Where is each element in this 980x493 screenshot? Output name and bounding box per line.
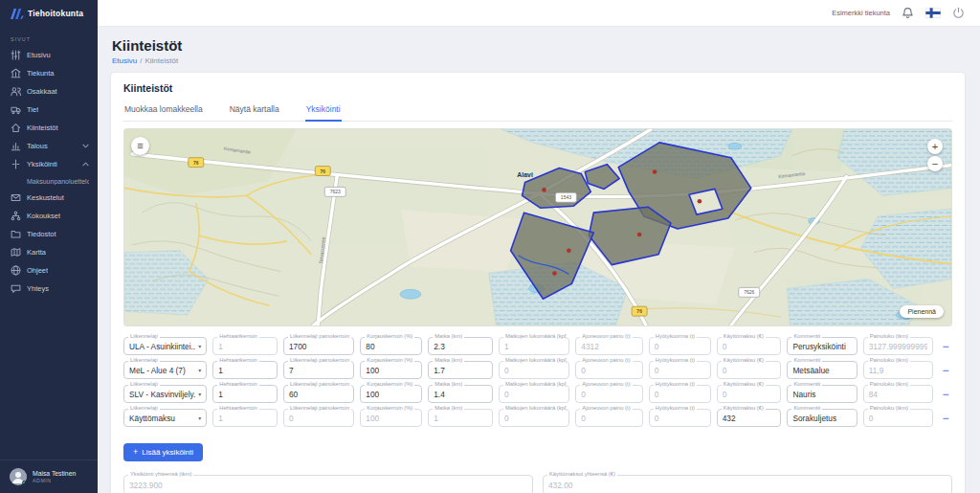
sidebar-section-label: SIVUT [0, 25, 98, 46]
sidebar-item-tiekunta[interactable]: Tiekunta [0, 64, 98, 82]
finnish-flag-icon[interactable] [925, 8, 941, 18]
hierarchy-icon [11, 211, 21, 221]
input-kommentit[interactable]: KommentitSorakuljetus [787, 409, 857, 427]
account-name[interactable]: Esimerkki tiekunta [832, 9, 890, 17]
input-korjauskerroin[interactable]: Korjauskerroin (%)80 [360, 337, 422, 355]
input-hehtaarikerroin[interactable]: Hehtaarikerroin1 [212, 385, 278, 403]
user-footer[interactable]: Maisa Testinen ADMIN [0, 459, 98, 493]
map[interactable]: 76 76 76 7623 1543 7626 Alavi Kirmanrant… [124, 129, 951, 325]
sidebar: Tiehoitokunta SIVUT EtusivuTiekuntaOsakk… [0, 0, 98, 493]
remove-row-button[interactable]: − [939, 413, 952, 424]
sidebar-item-yksikointi[interactable]: Yksiköinti [0, 155, 98, 173]
chevron-down-icon [82, 144, 89, 148]
total-field-kayttomaksut-yhteensa: Käyttömaksut yhteensä (€)432.00 [543, 475, 952, 493]
bell-icon[interactable] [902, 7, 914, 19]
select-liikennelaji[interactable]: LiikennelajiMeL - Alue 4 (7)▾ [123, 361, 207, 379]
select-liikennelaji[interactable]: LiikennelajiSLV - Kasvinviljely...▾ [123, 385, 207, 403]
input-kayttomaksu[interactable]: Käyttömaksu (€)432 [717, 409, 782, 427]
input-liikennelaji-painokerroin[interactable]: Liikennelaji painokerroin7 [283, 361, 354, 379]
globe-icon [11, 265, 21, 276]
sidebar-item-maksuunpanoluettelo[interactable]: Maksuunpanoluettelo [0, 173, 98, 189]
dropdown-caret-icon: ▾ [195, 367, 201, 373]
remove-row-button[interactable]: − [939, 365, 952, 376]
avatar [10, 468, 27, 485]
input-korjauskerroin[interactable]: Korjauskerroin (%)100 [360, 385, 422, 403]
online-status-dot [22, 481, 27, 485]
input-matka-km[interactable]: Matka (km)1.7 [428, 361, 493, 379]
menu-icon: ≡ [137, 141, 143, 151]
svg-text:7626: 7626 [744, 290, 754, 295]
zoom-in-button[interactable]: + [927, 139, 943, 154]
sidebar-item-kiinteistot[interactable]: Kiinteistöt [0, 119, 98, 137]
map-place-label: Alavi [517, 172, 533, 179]
input-matka-km[interactable]: Matka (km)2.3 [428, 337, 493, 355]
remove-row-button[interactable]: − [939, 341, 952, 352]
input-hyotykuorma-t: Hyötykuorma (t)0 [649, 385, 711, 403]
sidebar-item-etusivu[interactable]: Etusivu [0, 46, 98, 64]
sidebar-item-osakkaat[interactable]: Osakkaat [0, 82, 98, 101]
input-liikennelaji-painokerroin: Liikennelaji painokerroin0 [283, 409, 354, 427]
map-icon [11, 247, 21, 258]
sidebar-item-yhteys[interactable]: Yhteys [0, 280, 98, 298]
breadcrumb-separator: / [140, 56, 142, 65]
mail-icon [11, 192, 21, 203]
user-role: ADMIN [33, 478, 76, 483]
input-hyotykuorma-t: Hyötykuorma (t)0 [649, 337, 711, 355]
unit-row: LiikennelajiSLV - Kasvinviljely...▾Hehta… [123, 385, 952, 403]
zoom-out-button[interactable]: − [927, 156, 943, 171]
folder-icon [11, 229, 21, 239]
plus-icon: + [133, 448, 138, 457]
input-korjauskerroin: Korjauskerroin (%)100 [360, 409, 422, 427]
users-icon [11, 86, 21, 97]
input-matka-km[interactable]: Matka (km)1.4 [428, 385, 493, 403]
input-matkojen-lukumaara-kpl: Matkojen lukumäärä (kpl)1 [499, 337, 569, 355]
sidebar-item-kartta[interactable]: Kartta [0, 243, 98, 261]
input-matka-km: Matka (km)1 [428, 409, 493, 427]
input-hyotykuorma-t: Hyötykuorma (t)0 [649, 409, 711, 427]
main-content: Kiinteistöt Etusivu/Kiinteistöt Kiinteis… [98, 27, 980, 493]
input-hehtaarikerroin[interactable]: Hehtaarikerroin1 [212, 361, 278, 379]
svg-text:7623: 7623 [330, 190, 341, 194]
input-kommentit[interactable]: KommentitPerusyksiköinti [787, 337, 857, 355]
power-icon[interactable] [952, 7, 965, 19]
input-matkojen-lukumaara-kpl: Matkojen lukumäärä (kpl)0 [499, 361, 569, 379]
sidebar-item-tiet[interactable]: Tiet [0, 101, 98, 119]
tab-muokkaa-lomakkeella[interactable]: Muokkaa lomakkeella [123, 99, 204, 122]
map-menu-button[interactable]: ≡ [131, 137, 149, 155]
chevron-up-icon [82, 162, 89, 167]
sidebar-item-keskustelut[interactable]: Keskustelut [0, 189, 98, 207]
input-ajoneuvon-paino-t: Ajoneuvon paino (t)0 [575, 361, 643, 379]
unit-rows: LiikennelajiULA - Asuinkiintei...▾Hehtaa… [123, 337, 952, 427]
sidebar-item-talous[interactable]: Talous [0, 137, 98, 155]
sidebar-item-ohjeet[interactable]: Ohjeet [0, 261, 98, 280]
map-shrink-button[interactable]: Pienennä [900, 305, 944, 318]
input-liikennelaji-painokerroin[interactable]: Liikennelaji painokerroin60 [283, 385, 354, 403]
add-unit-button[interactable]: + Lisää yksiköinti [123, 443, 203, 461]
input-ajoneuvon-paino-t: Ajoneuvon paino (t)0 [575, 409, 643, 427]
sidebar-item-tiedostot[interactable]: Tiedostot [0, 225, 98, 243]
svg-text:1543: 1543 [561, 195, 571, 200]
input-liikennelaji-painokerroin[interactable]: Liikennelaji painokerroin1700 [283, 337, 354, 355]
select-liikennelaji[interactable]: LiikennelajiKäyttömaksu▾ [123, 409, 207, 427]
select-liikennelaji[interactable]: LiikennelajiULA - Asuinkiintei...▾ [123, 337, 207, 355]
remove-row-button[interactable]: − [939, 389, 952, 400]
input-painoluku-tkm: Painoluku (tkm)3127.999999999999 [863, 337, 933, 355]
brand[interactable]: Tiehoitokunta [0, 0, 98, 25]
input-painoluku-tkm: Painoluku (tkm)84 [863, 385, 933, 403]
map-container: 76 76 76 7623 1543 7626 Alavi Kirmanrant… [123, 128, 952, 326]
truck-icon [11, 104, 21, 115]
input-matkojen-lukumaara-kpl: Matkojen lukumäärä (kpl)0 [499, 409, 569, 427]
input-kommentit[interactable]: KommentitMetsäalue [787, 361, 857, 379]
input-painoluku-tkm: Painoluku (tkm)11,9 [863, 361, 933, 379]
input-hyotykuorma-t: Hyötykuorma (t)0 [649, 361, 711, 379]
totals-row: Yksiköinti yhteensä (tkm)3223.900Käyttöm… [123, 475, 952, 493]
card-title: Kiinteistöt [123, 82, 952, 94]
tab-nayta-kartalla[interactable]: Näytä kartalla [229, 99, 280, 122]
tab-yksikointi[interactable]: Yksiköinti [305, 99, 342, 122]
input-kommentit[interactable]: KommentitNauris [787, 385, 857, 403]
breadcrumb-home-link[interactable]: Etusivu [112, 56, 137, 65]
chart-icon [11, 141, 21, 151]
input-korjauskerroin[interactable]: Korjauskerroin (%)100 [360, 361, 422, 379]
sidebar-item-kokoukset[interactable]: Kokoukset [0, 207, 98, 225]
input-hehtaarikerroin: Hehtaarikerroin1 [212, 409, 278, 427]
